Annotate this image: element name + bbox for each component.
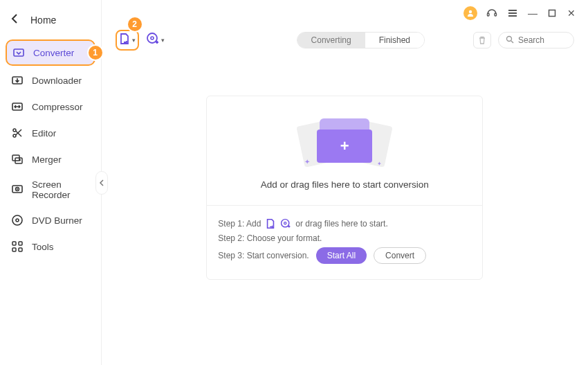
svg-rect-13 — [19, 242, 22, 245]
sidebar-item-label: Downloader — [32, 75, 82, 86]
search-input[interactable] — [518, 35, 567, 45]
add-disc-icon[interactable] — [280, 218, 291, 229]
drop-zone[interactable]: + ✦✦ Add or drag files here to start con… — [207, 96, 482, 205]
svg-point-23 — [282, 220, 289, 227]
titlebar: — ✕ — [102, 0, 588, 26]
hamburger-icon[interactable] — [506, 7, 519, 19]
step-3-pre: Step 3: Start conversion. — [218, 251, 309, 260]
sidebar: Home Converter 1 Downloader Compressor — [0, 0, 102, 365]
sidebar-item-label: Screen Recorder — [32, 179, 90, 200]
svg-rect-18 — [495, 13, 497, 16]
scissors-icon — [11, 127, 24, 139]
svg-rect-14 — [12, 248, 16, 251]
convert-button[interactable]: Convert — [374, 247, 426, 264]
sidebar-item-label: Merger — [32, 154, 62, 165]
sidebar-item-downloader[interactable]: Downloader — [6, 69, 95, 92]
sidebar-item-label: Converter — [33, 48, 74, 58]
sidebar-item-editor[interactable]: Editor — [6, 121, 95, 145]
svg-rect-17 — [488, 13, 490, 16]
add-file-button[interactable]: ▾ — [116, 30, 139, 51]
callout-badge-1: 1 — [89, 46, 102, 60]
svg-point-9 — [17, 188, 18, 190]
sidebar-item-label: Compressor — [32, 102, 83, 112]
conversion-card: + ✦✦ Add or drag files here to start con… — [206, 96, 483, 280]
sidebar-item-screen-recorder[interactable]: Screen Recorder — [6, 174, 95, 206]
topbar: ▾ 2 ▾ Converting Finished — [102, 26, 588, 54]
add-disc-button[interactable]: ▾ — [146, 30, 165, 50]
add-file-icon[interactable] — [265, 218, 276, 229]
window-close-button[interactable]: ✕ — [566, 8, 577, 19]
tab-converting[interactable]: Converting — [297, 33, 365, 48]
svg-rect-12 — [12, 242, 16, 245]
svg-point-22 — [507, 37, 512, 42]
sidebar-item-converter[interactable]: Converter 1 — [6, 39, 95, 66]
window-minimize-button[interactable]: — — [527, 8, 538, 19]
back-arrow-icon[interactable] — [11, 14, 18, 26]
search-icon — [506, 34, 514, 46]
sidebar-item-dvd-burner[interactable]: DVD Burner — [6, 208, 95, 232]
compress-icon — [11, 100, 24, 113]
svg-point-24 — [284, 222, 286, 224]
sidebar-item-label: Editor — [32, 128, 56, 139]
main-area: — ✕ ▾ 2 ▾ — [102, 0, 588, 365]
sidebar-item-label: Tools — [32, 242, 54, 252]
step-3: Step 3: Start conversion. Start All Conv… — [218, 247, 471, 264]
steps-panel: Step 1: Add or drag files here to start.… — [207, 205, 482, 279]
merge-icon — [11, 153, 24, 166]
step-1: Step 1: Add or drag files here to start. — [218, 218, 471, 229]
sidebar-item-compressor[interactable]: Compressor — [6, 95, 95, 118]
trash-button[interactable] — [473, 32, 491, 48]
svg-rect-19 — [549, 10, 555, 17]
step-1-pre: Step 1: Add — [218, 219, 261, 229]
sidebar-item-merger[interactable]: Merger — [6, 148, 95, 171]
status-tabs: Converting Finished — [297, 32, 425, 48]
sidebar-item-label: DVD Burner — [32, 215, 82, 226]
svg-point-20 — [147, 33, 157, 43]
download-icon — [11, 74, 24, 87]
recorder-icon — [11, 184, 24, 196]
chevron-down-icon: ▾ — [132, 37, 136, 44]
add-disc-icon — [146, 32, 160, 48]
step-1-post: or drag files here to start. — [295, 219, 387, 229]
headset-icon[interactable] — [486, 7, 498, 19]
svg-rect-0 — [14, 49, 24, 56]
callout-badge-2: 2 — [128, 17, 142, 31]
plus-icon: + — [340, 137, 349, 155]
grid-icon — [11, 240, 24, 253]
start-all-button[interactable]: Start All — [316, 247, 367, 264]
tab-finished[interactable]: Finished — [365, 33, 424, 48]
sidebar-item-tools[interactable]: Tools — [6, 235, 95, 258]
home-label[interactable]: Home — [30, 15, 56, 26]
svg-point-21 — [151, 37, 154, 39]
search-box[interactable] — [498, 32, 574, 48]
step-2: Step 2: Choose your format. — [218, 233, 471, 243]
drop-zone-text: Add or drag files here to start conversi… — [261, 179, 429, 190]
user-avatar-icon[interactable] — [463, 6, 477, 20]
svg-point-11 — [16, 219, 19, 222]
add-file-icon — [118, 33, 131, 48]
window-maximize-button[interactable] — [546, 8, 558, 19]
folder-illustration: + ✦✦ — [303, 116, 386, 168]
svg-rect-15 — [19, 248, 22, 251]
back-row: Home — [6, 10, 95, 38]
svg-point-16 — [469, 10, 472, 13]
svg-point-10 — [12, 215, 22, 225]
chevron-down-icon: ▾ — [161, 37, 165, 44]
collapse-sidebar-button[interactable] — [95, 171, 108, 195]
converter-icon — [12, 46, 25, 59]
disc-icon — [11, 214, 24, 226]
